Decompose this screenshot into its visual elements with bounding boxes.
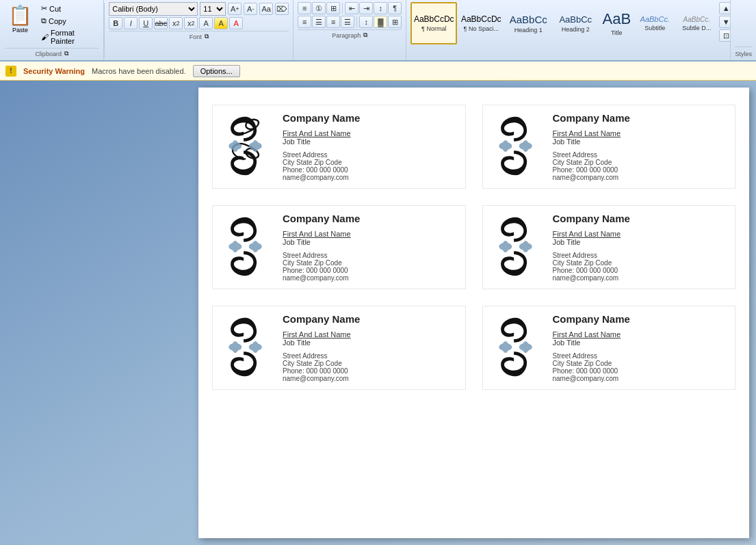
font-label: Font: [190, 34, 202, 40]
style-heading2-button[interactable]: AaBbCc Heading 2: [552, 2, 599, 44]
underline-button[interactable]: U: [139, 17, 153, 29]
format-painter-icon: 🖌: [41, 33, 49, 41]
align-left-button[interactable]: ≡: [298, 16, 311, 28]
card-email-5: name@company.com: [283, 375, 360, 382]
svg-point-23: [522, 341, 529, 352]
font-grow-button[interactable]: A+: [228, 3, 242, 15]
copy-button[interactable]: ⧉ Copy: [39, 16, 99, 26]
svg-point-18: [232, 341, 239, 352]
card-company-name-2: Company Name: [553, 112, 630, 124]
paragraph-label: Paragraph: [332, 32, 361, 39]
card-phone-4: Phone: 000 000 0000: [553, 267, 630, 274]
card-job-title-4: Job Title: [553, 238, 630, 246]
bullets-button[interactable]: ≡: [298, 2, 311, 14]
strikethrough-button[interactable]: abc: [154, 17, 168, 29]
card-job-title-1: Job Title: [283, 137, 360, 146]
increase-indent-button[interactable]: ⇥: [359, 2, 373, 14]
card-company-name-4: Company Name: [553, 213, 630, 224]
subscript-button[interactable]: x2: [169, 17, 183, 29]
card-info-6: Company Name First And Last Name Job Tit…: [553, 313, 630, 382]
paragraph-expand-icon[interactable]: ⧉: [363, 31, 367, 39]
clear-formatting-button[interactable]: ⌦: [275, 3, 289, 15]
card-city-2: City State Zip Code: [553, 159, 630, 166]
card-logo-1: [220, 114, 274, 181]
font-expand-icon[interactable]: ⧉: [205, 33, 209, 40]
card-city-1: City State Zip Code: [283, 159, 360, 166]
notification-bar: ! Security Warning Macros have been disa…: [0, 62, 756, 81]
business-card-4: Company Name First And Last Name Job Tit…: [482, 205, 736, 289]
font-color-button[interactable]: A: [229, 17, 243, 29]
shading-button[interactable]: ▓: [374, 16, 387, 28]
card-phone-1: Phone: 000 000 0000: [283, 166, 360, 174]
card-city-3: City State Zip Code: [283, 259, 360, 267]
styles-label: Styles: [735, 51, 752, 57]
card-contact-name-6: First And Last Name: [553, 330, 630, 338]
card-info-2: Company Name First And Last Name Job Tit…: [553, 112, 630, 181]
style-subtitle-button[interactable]: AaBbCc. Subtitle: [634, 2, 675, 44]
card-email-2: name@company.com: [553, 174, 630, 181]
card-phone-3: Phone: 000 000 0000: [283, 267, 360, 274]
card-info-3: Company Name First And Last Name Job Tit…: [283, 213, 360, 282]
notification-message: Macros have been disabled.: [92, 67, 186, 75]
styles-scroll-up-button[interactable]: ▲: [719, 2, 731, 14]
card-info-1: Company Name First And Last Name Job Tit…: [283, 112, 360, 181]
font-group: Calibri (Body) 11 A+ A- Aa ⌦ B I U abc x…: [105, 0, 294, 60]
card-contact-name-2: First And Last Name: [553, 129, 630, 137]
svg-point-6: [502, 139, 509, 151]
numbering-button[interactable]: ①: [312, 2, 326, 14]
style-heading1-button[interactable]: AaBbCc Heading 1: [505, 2, 551, 44]
card-email-1: name@company.com: [283, 174, 360, 181]
align-right-button[interactable]: ≡: [326, 16, 340, 28]
text-highlight-button[interactable]: A: [214, 17, 228, 29]
styles-scroll-down-button[interactable]: ▼: [719, 16, 731, 28]
borders-button[interactable]: ⊞: [388, 16, 402, 28]
style-subtle-emp-button[interactable]: AaBbCc. Subtle D...: [676, 2, 717, 44]
svg-point-10: [232, 240, 239, 252]
business-card-2: Company Name First And Last Name Job Tit…: [482, 105, 736, 189]
text-effects-button[interactable]: A: [199, 17, 213, 29]
card-street-5: Street Address: [283, 352, 360, 360]
decrease-indent-button[interactable]: ⇤: [345, 2, 359, 14]
justify-button[interactable]: ☰: [341, 16, 354, 28]
italic-button[interactable]: I: [124, 17, 138, 29]
bold-button[interactable]: B: [109, 17, 122, 29]
style-title-button[interactable]: AaB Title: [599, 2, 634, 44]
cut-button[interactable]: ✂ Cut: [39, 3, 99, 14]
clipboard-group: 📋 Paste ✂ Cut ⧉ Copy 🖌 Format Painter C: [0, 0, 104, 60]
card-email-4: name@company.com: [553, 274, 630, 282]
card-phone-5: Phone: 000 000 0000: [283, 367, 360, 375]
clipboard-expand-icon[interactable]: ⧉: [64, 50, 68, 57]
font-shrink-button[interactable]: A-: [244, 3, 257, 15]
paste-button[interactable]: 📋 Paste: [4, 3, 36, 46]
font-family-select[interactable]: Calibri (Body): [109, 2, 198, 16]
multilevel-list-button[interactable]: ⊞: [326, 2, 340, 14]
card-job-title-3: Job Title: [283, 238, 360, 246]
copy-icon: ⧉: [41, 16, 47, 25]
card-contact-name-5: First And Last Name: [283, 330, 360, 338]
card-company-name-3: Company Name: [283, 213, 360, 224]
svg-point-7: [522, 139, 529, 151]
style-no-spacing-button[interactable]: AaBbCcDc ¶ No Spaci...: [458, 2, 504, 44]
svg-point-2: [232, 139, 239, 151]
business-card-1: Company Name First And Last Name Job Tit…: [212, 105, 466, 189]
show-marks-button[interactable]: ¶: [388, 2, 402, 14]
sidebar-left: [0, 81, 198, 545]
card-info-5: Company Name First And Last Name Job Tit…: [283, 313, 360, 382]
card-logo-6: [490, 315, 545, 382]
options-button[interactable]: Options...: [193, 65, 240, 77]
align-center-button[interactable]: ☰: [312, 16, 326, 28]
styles-more-button[interactable]: ⊡: [719, 29, 731, 42]
card-job-title-6: Job Title: [553, 338, 630, 347]
style-normal-button[interactable]: AaBbCcDc ¶ Normal: [410, 2, 457, 44]
superscript-button[interactable]: x2: [184, 17, 198, 29]
card-info-4: Company Name First And Last Name Job Tit…: [553, 213, 630, 282]
card-street-4: Street Address: [553, 252, 630, 259]
document-page: Company Name First And Last Name Job Tit…: [198, 88, 749, 538]
format-painter-button[interactable]: 🖌 Format Painter: [39, 28, 99, 46]
line-spacing-button[interactable]: ↕: [359, 16, 373, 28]
change-case-button[interactable]: Aa: [259, 3, 273, 15]
card-logo-2: [490, 114, 545, 181]
card-street-2: Street Address: [553, 151, 630, 159]
sort-button[interactable]: ↕: [374, 2, 387, 14]
font-size-select[interactable]: 11: [200, 2, 226, 16]
